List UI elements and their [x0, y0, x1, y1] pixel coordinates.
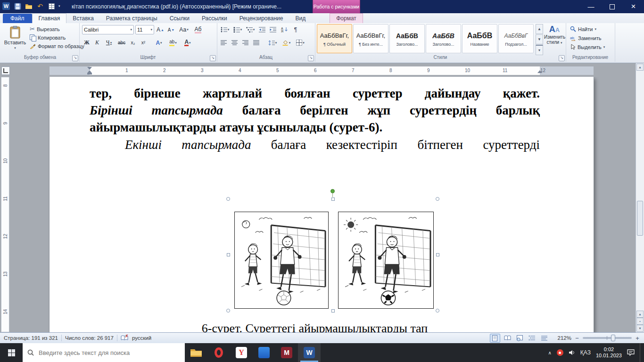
selection-handle-middle-right[interactable] — [436, 253, 439, 256]
sort-button[interactable]: АЯ — [279, 25, 289, 34]
show-desktop-button[interactable] — [640, 343, 642, 362]
minimize-button[interactable]: — — [580, 0, 602, 13]
document-text-line[interactable]: айырмашылықтарды атауы ұсынылады (сурет-… — [90, 119, 540, 136]
shrink-font-button[interactable]: А▼ — [166, 25, 176, 34]
clipboard-dialog-launcher[interactable]: ↘ — [72, 55, 78, 61]
text-effects-button[interactable]: А▾ — [153, 38, 165, 47]
styles-scroll-down[interactable]: ▼ — [536, 34, 543, 44]
picture-spot-difference-left[interactable] — [234, 212, 329, 309]
copy-button[interactable]: Копировать — [28, 34, 86, 41]
cut-button[interactable]: ✂ Вырезать — [28, 25, 86, 33]
speaker-icon[interactable] — [569, 350, 575, 355]
tab-insert[interactable]: Вставка — [66, 14, 100, 23]
selection-handle-top-center[interactable] — [331, 197, 335, 201]
taskbar-item-explorer[interactable] — [185, 343, 207, 362]
styles-dialog-launcher[interactable]: ↘ — [559, 55, 565, 61]
format-painter-button[interactable]: Формат по образцу — [28, 42, 86, 49]
paragraph-dialog-launcher[interactable]: ↘ — [308, 55, 314, 61]
print-layout-view-button[interactable] — [490, 334, 500, 343]
increase-indent-button[interactable] — [268, 25, 278, 34]
styles-scroll-up[interactable]: ▲ — [536, 24, 543, 34]
change-case-button[interactable]: Аа▾ — [177, 25, 190, 34]
change-styles-button[interactable]: АА Изменить стили ▾ — [544, 25, 565, 45]
style-item-no-spacing[interactable]: АаБбВвГг, ¶ Без инте... — [353, 24, 388, 53]
style-item-heading2[interactable]: АаБбВ Заголово... — [426, 24, 461, 53]
tab-file[interactable]: Файл — [3, 14, 32, 23]
tab-mailings[interactable]: Рассылки — [196, 14, 233, 23]
style-item-heading1[interactable]: АаБбВ Заголово... — [389, 24, 425, 53]
subscript-button[interactable]: x₂ — [128, 38, 138, 47]
style-item-subtitle[interactable]: АаБбВвГ Подзагол... — [498, 24, 534, 53]
align-right-button[interactable] — [241, 38, 250, 47]
paste-button[interactable]: Вставить▾ — [3, 24, 27, 50]
word-app-icon[interactable]: W — [2, 2, 10, 10]
page-indicator[interactable]: Страница: 191 из 321 — [0, 335, 58, 341]
shading-button[interactable]: ▾ — [280, 38, 292, 47]
start-button[interactable] — [0, 343, 23, 362]
tab-references[interactable]: Ссылки — [164, 14, 196, 23]
styles-gallery-expand[interactable]: ▾ — [536, 45, 543, 55]
language-switch[interactable]: ҚАЗ — [580, 349, 591, 356]
find-button[interactable]: Найти▾ — [569, 25, 606, 33]
decrease-indent-button[interactable] — [257, 25, 267, 34]
scrollbar-thumb[interactable] — [637, 201, 643, 236]
font-size-combo[interactable]: 11▾ — [135, 25, 154, 34]
tab-page-layout[interactable]: Разметка страницы — [100, 14, 164, 23]
select-button[interactable]: Выделить▾ — [569, 43, 606, 50]
selection-handle-bottom-center[interactable] — [331, 309, 335, 313]
justify-button[interactable] — [252, 38, 261, 47]
zoom-slider-thumb[interactable] — [611, 335, 615, 341]
font-color-button[interactable]: А▾ — [181, 38, 194, 47]
bullets-button[interactable]: ▾ — [219, 25, 231, 34]
multilevel-list-button[interactable]: ▾ — [245, 25, 256, 34]
selection-handle-bottom-right[interactable] — [436, 309, 439, 313]
tab-review[interactable]: Рецензирование — [233, 14, 289, 23]
tray-chevron-up-icon[interactable]: ∧ — [548, 350, 552, 355]
zoom-out-button[interactable]: − — [574, 335, 580, 342]
save-icon[interactable] — [13, 2, 22, 10]
italic-button[interactable]: К — [92, 38, 102, 47]
taskbar-item-blue-app[interactable] — [253, 343, 275, 362]
open-folder-icon[interactable] — [25, 2, 33, 10]
qat-customize-icon[interactable]: ▾ — [58, 4, 60, 8]
strikethrough-button[interactable]: abc — [116, 38, 127, 47]
next-page-button[interactable]: ▼ — [636, 325, 644, 332]
taskbar-item-m-app[interactable]: M — [275, 343, 298, 362]
document-text-line[interactable]: Екінші тапсырмада балаға кезектестіріп б… — [90, 136, 540, 153]
select-browse-object-button[interactable]: • — [636, 318, 644, 325]
draft-view-button[interactable] — [540, 334, 549, 342]
taskbar-item-opera[interactable] — [207, 343, 230, 362]
picture-spot-difference-right[interactable] — [338, 212, 434, 309]
line-spacing-button[interactable]: ▾ — [266, 38, 279, 47]
highlight-color-button[interactable]: ab▾ — [166, 38, 180, 47]
style-item-normal[interactable]: АаБбВвГг, ¶ Обычный — [317, 24, 352, 53]
close-button[interactable]: × — [623, 0, 644, 13]
left-indent-marker[interactable] — [87, 73, 92, 74]
selection-handle-bottom-left[interactable] — [226, 309, 230, 313]
taskbar-item-word[interactable]: W — [298, 343, 321, 362]
font-dialog-launcher[interactable]: ↘ — [210, 55, 216, 61]
style-item-title[interactable]: АаБбВ Название — [462, 24, 497, 53]
undo-icon[interactable]: ↶ — [36, 2, 44, 10]
spelling-status-icon[interactable]: ✗ — [121, 335, 129, 341]
language-indicator[interactable]: русский — [132, 335, 151, 341]
align-center-button[interactable] — [230, 38, 239, 47]
show-paragraph-marks-button[interactable]: ¶ — [291, 25, 300, 34]
taskbar-item-yandex[interactable]: Y — [230, 343, 253, 362]
fullscreen-reading-view-button[interactable] — [503, 334, 512, 342]
figure-caption[interactable]: 6-сурет. Суреттегі айырмашылықтарды тап — [90, 321, 540, 332]
rotation-handle[interactable] — [330, 189, 335, 193]
zoom-level[interactable]: 212% — [558, 335, 571, 341]
tab-home[interactable]: Главная — [32, 13, 67, 23]
tab-stop-selector[interactable] — [1, 66, 10, 75]
restore-button[interactable] — [602, 0, 623, 13]
zoom-slider[interactable] — [583, 337, 632, 339]
taskbar-clock[interactable]: 0:02 10.01.2023 — [596, 346, 622, 359]
outline-view-button[interactable] — [528, 334, 537, 342]
font-name-combo[interactable]: Calibri▾ — [82, 25, 134, 34]
action-center-icon[interactable] — [627, 349, 635, 356]
first-line-indent-marker[interactable] — [87, 67, 92, 70]
tab-view[interactable]: Вид — [289, 14, 312, 23]
selection-handle-top-left[interactable] — [226, 197, 230, 201]
tab-format-contextual[interactable]: Формат — [330, 13, 363, 23]
